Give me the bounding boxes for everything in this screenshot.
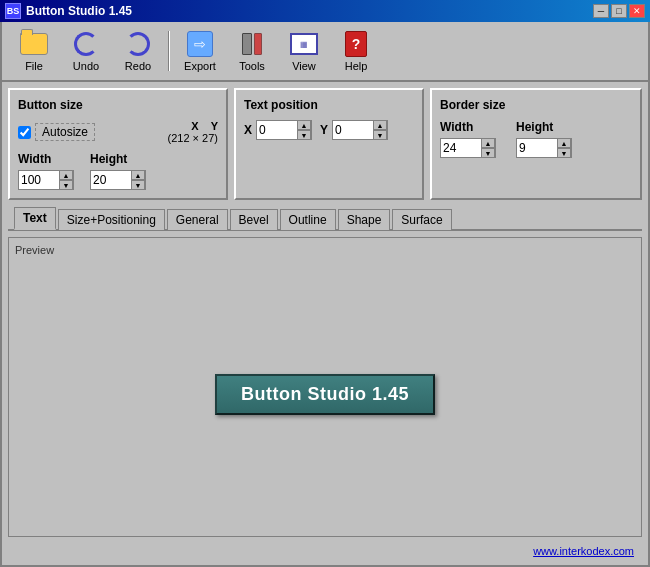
border-fields: Width ▲ ▼ Height [440,120,632,158]
export-icon: ⇨ [186,30,214,58]
dims-area: X Y (212 × 27) [168,120,218,144]
window-title: Button Studio 1.45 [26,4,132,18]
x-down-button[interactable]: ▼ [297,130,311,140]
undo-button[interactable]: Undo [62,26,110,76]
close-button[interactable]: ✕ [629,4,645,18]
border-width-group: Width ▲ ▼ [440,120,496,158]
border-size-title: Border size [440,98,632,112]
width-spinbox[interactable]: ▲ ▼ [18,170,74,190]
undo-icon [72,30,100,58]
button-size-panel: Button size Autosize X Y (212 × 27) [8,88,228,200]
x-input[interactable] [257,121,297,139]
x-spin-buttons: ▲ ▼ [297,120,311,140]
help-label: Help [345,60,368,72]
height-label: Height [90,152,146,166]
border-height-input[interactable] [517,139,557,157]
panels-row: Button size Autosize X Y (212 × 27) [8,88,642,200]
dims-xy: X Y [191,120,218,132]
x-label: X [244,123,252,137]
undo-label: Undo [73,60,99,72]
preview-button: Button Studio 1.45 [215,374,435,415]
toolbar: File Undo Redo ⇨ Export [2,22,648,82]
y-input[interactable] [333,121,373,139]
dims-value: (212 × 27) [168,132,218,144]
tab-text[interactable]: Text [14,207,56,230]
tools-icon [238,30,266,58]
y-up-button[interactable]: ▲ [373,120,387,130]
tools-button[interactable]: Tools [228,26,276,76]
redo-icon [124,30,152,58]
minimize-button[interactable]: ─ [593,4,609,18]
title-bar: BS Button Studio 1.45 ─ □ ✕ [0,0,650,22]
height-down-button[interactable]: ▼ [131,180,145,190]
x-item: X ▲ ▼ [244,120,312,140]
dims-y-label: Y [211,120,218,132]
view-label: View [292,60,316,72]
height-spin-buttons: ▲ ▼ [131,170,145,190]
x-up-button[interactable]: ▲ [297,120,311,130]
tab-shape[interactable]: Shape [338,209,391,230]
x-spinbox[interactable]: ▲ ▼ [256,120,312,140]
toolbar-separator-1 [168,31,170,71]
view-button[interactable]: ▦ View [280,26,328,76]
footer-link[interactable]: www.interkodex.com [533,545,634,557]
tab-size-positioning[interactable]: Size+Positioning [58,209,165,230]
file-label: File [25,60,43,72]
dims-x-label: X [191,120,198,132]
height-spinbox[interactable]: ▲ ▼ [90,170,146,190]
border-width-down-button[interactable]: ▼ [481,148,495,158]
tabs-bar: Text Size+Positioning General Bevel Outl… [8,206,642,231]
y-spin-buttons: ▲ ▼ [373,120,387,140]
tab-bevel[interactable]: Bevel [230,209,278,230]
folder-icon [20,30,48,58]
border-height-group: Height ▲ ▼ [516,120,572,158]
border-height-spinbox[interactable]: ▲ ▼ [516,138,572,158]
width-height-row: Width ▲ ▼ Height [18,152,218,190]
width-label: Width [18,152,74,166]
border-height-up-button[interactable]: ▲ [557,138,571,148]
preview-label: Preview [15,244,635,256]
title-bar-left: BS Button Studio 1.45 [5,3,132,19]
border-width-input[interactable] [441,139,481,157]
y-down-button[interactable]: ▼ [373,130,387,140]
tab-surface[interactable]: Surface [392,209,451,230]
autosize-checkbox[interactable] [18,126,31,139]
export-label: Export [184,60,216,72]
border-size-panel: Border size Width ▲ ▼ Height [430,88,642,200]
redo-label: Redo [125,60,151,72]
help-icon: ? [342,30,370,58]
preview-area: Preview Button Studio 1.45 [8,237,642,537]
tab-general[interactable]: General [167,209,228,230]
maximize-button[interactable]: □ [611,4,627,18]
export-button[interactable]: ⇨ Export [176,26,224,76]
content-area: Button size Autosize X Y (212 × 27) [2,82,648,565]
y-item: Y ▲ ▼ [320,120,388,140]
autosize-button[interactable]: Autosize [35,123,95,141]
file-button[interactable]: File [10,26,58,76]
title-buttons: ─ □ ✕ [593,4,645,18]
footer: www.interkodex.com [8,543,642,559]
width-up-button[interactable]: ▲ [59,170,73,180]
height-up-button[interactable]: ▲ [131,170,145,180]
width-down-button[interactable]: ▼ [59,180,73,190]
autosize-row: Autosize X Y (212 × 27) [18,120,218,144]
redo-button[interactable]: Redo [114,26,162,76]
help-button[interactable]: ? Help [332,26,380,76]
width-group: Width ▲ ▼ [18,152,74,190]
border-width-up-button[interactable]: ▲ [481,138,495,148]
y-spinbox[interactable]: ▲ ▼ [332,120,388,140]
border-width-label: Width [440,120,496,134]
height-input[interactable] [91,171,131,189]
width-spin-buttons: ▲ ▼ [59,170,73,190]
preview-canvas: Button Studio 1.45 [15,260,635,528]
border-width-spinbox[interactable]: ▲ ▼ [440,138,496,158]
border-height-label: Height [516,120,572,134]
xy-row: X ▲ ▼ Y [244,120,414,140]
tools-label: Tools [239,60,265,72]
autosize-checkbox-label[interactable]: Autosize [18,123,95,141]
tab-outline[interactable]: Outline [280,209,336,230]
app-icon: BS [5,3,21,19]
border-height-down-button[interactable]: ▼ [557,148,571,158]
view-icon: ▦ [290,30,318,58]
width-input[interactable] [19,171,59,189]
